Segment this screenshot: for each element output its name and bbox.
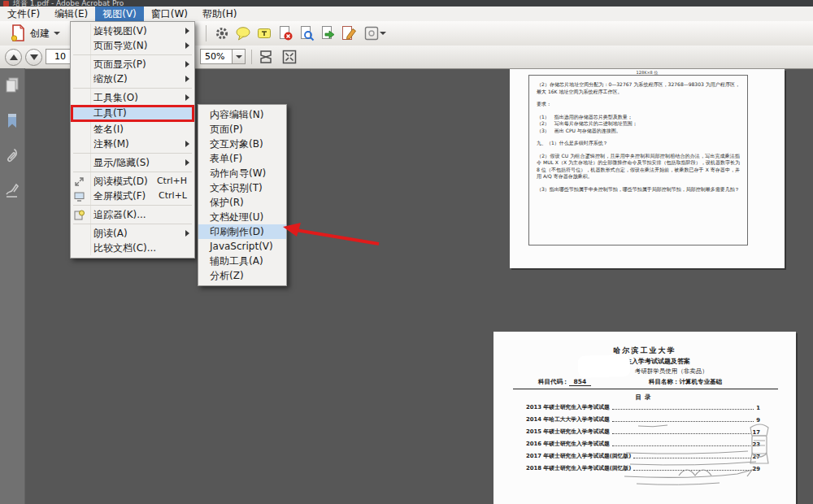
protect-pdf-button[interactable] <box>298 24 315 42</box>
paragraph: 九、（1）什么是多级时序系统？ <box>537 140 740 147</box>
document-page-bottom[interactable]: 哈尔滨工业大学 硕士研究生入学考试试题及答案 仅考研群学员使用（非卖品） 科目代… <box>493 332 796 504</box>
pages-panel-button[interactable] <box>4 76 20 94</box>
menu-item-label: 页面(P) <box>210 124 243 135</box>
highlight-text-button[interactable] <box>255 24 273 42</box>
menu-item-sign[interactable]: 签名(I) <box>71 122 194 137</box>
menu-item-read-out-loud[interactable]: 朗读(A) <box>71 226 194 241</box>
bookmarks-panel-button[interactable] <box>4 112 20 130</box>
text-note-icon <box>256 25 272 41</box>
submenu-item-interactive-objects[interactable]: 交互对象(B) <box>198 137 286 151</box>
menu-item-label: 签名(I) <box>93 124 124 135</box>
menu-item-label: JavaScript(V) <box>210 241 273 252</box>
submenu-item-forms[interactable]: 表单(F) <box>198 151 286 166</box>
menu-item-label: 动作向导(W) <box>210 167 266 179</box>
fit-page-button[interactable] <box>280 48 298 66</box>
create-pdf-icon <box>10 24 26 42</box>
menu-item-compare-documents[interactable]: 比较文档(C)... <box>71 241 194 255</box>
menu-item-label: 全屏模式(F) <box>93 190 146 202</box>
submenu-item-protection[interactable]: 保护(R) <box>198 195 286 210</box>
zoom-level-input[interactable] <box>200 49 233 64</box>
menu-item-label: 页面导览(N) <box>93 40 147 51</box>
menu-item-label: 比较文档(C)... <box>93 242 156 254</box>
menu-item-toolsets[interactable]: 工具集(O) <box>71 90 194 105</box>
previous-page-button[interactable] <box>5 49 22 66</box>
submenu-arrow-icon <box>185 28 189 34</box>
edit-pdf-button[interactable] <box>340 24 358 42</box>
submenu-arrow-icon <box>185 42 189 49</box>
submenu-item-content-editing[interactable]: 内容编辑(N) <box>198 107 286 122</box>
exam-content-box: （2）存储芯片地址空间分配为：0—32767 为系统程序区，32768—9830… <box>528 75 748 245</box>
bookmark-icon <box>4 112 20 130</box>
comment-button[interactable] <box>234 24 252 42</box>
submenu-arrow-icon <box>185 61 189 67</box>
menu-shortcut: Ctrl+L <box>159 189 187 203</box>
settings-button[interactable] <box>213 24 231 42</box>
document-page-top[interactable]: 128K×8 位 （2）存储芯片地址空间分配为：0—32767 为系统程序区，3… <box>510 69 785 268</box>
window-title: 培音 1.pdf - Adobe Acrobat Pro <box>13 0 124 7</box>
scrolling-pages-icon <box>258 49 274 65</box>
submenu-item-accessibility[interactable]: 辅助工具(A) <box>198 254 286 268</box>
scrolling-mode-button[interactable] <box>257 48 275 66</box>
menu-item-full-screen[interactable]: 全屏模式(F) Ctrl+L <box>71 189 194 203</box>
menu-window[interactable]: 窗口(W) <box>144 7 195 21</box>
menu-file[interactable]: 文件(F) <box>0 7 47 21</box>
menu-item-label: 阅读模式(D) <box>93 176 148 187</box>
submenu-item-text-recognition[interactable]: 文本识别(T) <box>198 180 286 195</box>
menu-item-label: 保护(R) <box>210 197 244 208</box>
submenu-arrow-icon <box>185 230 189 237</box>
menu-shortcut: Ctrl+H <box>157 174 187 189</box>
zoom-caret-icon <box>236 55 242 59</box>
title-bar: 培音 1.pdf - Adobe Acrobat Pro <box>0 0 813 7</box>
export-pdf-button[interactable] <box>319 24 337 42</box>
signatures-panel-button[interactable] <box>4 182 20 200</box>
pages-icon <box>4 76 20 94</box>
page-delete-icon <box>277 25 293 41</box>
zoom-dropdown-button[interactable] <box>233 49 246 64</box>
menu-item-label: 文档处理(U) <box>210 211 263 223</box>
paperclip-icon <box>4 146 20 164</box>
menu-help[interactable]: 帮助(H) <box>195 7 244 21</box>
menu-item-zoom[interactable]: 缩放(Z) <box>71 72 194 86</box>
acrobat-window: 培音 1.pdf - Adobe Acrobat Pro 文件(F) 编辑(E)… <box>0 0 813 504</box>
create-pdf-button[interactable]: 创建 <box>5 24 65 43</box>
attachments-panel-button[interactable] <box>4 146 20 164</box>
page-edit-icon <box>341 25 357 41</box>
menu-item-label: 工具集(O) <box>93 92 138 103</box>
menu-item-show-hide[interactable]: 显示/隐藏(S) <box>71 155 194 170</box>
toolbar-separator <box>206 25 207 41</box>
menu-item-tools[interactable]: 工具(T) <box>71 105 194 122</box>
menu-item-label: 文本识别(T) <box>210 182 263 193</box>
menu-item-label: 缩放(Z) <box>93 73 128 85</box>
menu-view[interactable]: 视图(V) <box>95 7 144 21</box>
tools-submenu: 内容编辑(N) 页面(P) 交互对象(B) 表单(F) 动作向导(W) 文本识别… <box>198 104 287 286</box>
submenu-item-analyze[interactable]: 分析(Z) <box>198 268 286 283</box>
create-pdf-label: 创建 <box>30 27 50 41</box>
submenu-item-document-processing[interactable]: 文档处理(U) <box>198 210 286 224</box>
full-screen-icon <box>74 191 85 202</box>
list-item: （3） 画出 CPU 与存储器的连接图。 <box>537 128 740 135</box>
menu-edit[interactable]: 编辑(E) <box>47 7 95 21</box>
acrobat-app-icon <box>3 1 9 7</box>
paragraph: （2）假设 CU 为组合逻辑控制，且采用中央控制和局部控制相结合的办法，写出完成… <box>537 153 740 180</box>
submenu-item-pages[interactable]: 页面(P) <box>198 122 286 137</box>
submenu-item-print-production[interactable]: 印刷制作(D) <box>198 224 286 239</box>
submenu-item-javascript[interactable]: JavaScript(V) <box>198 239 286 254</box>
menu-item-label: 交互对象(B) <box>210 138 263 150</box>
menu-item-comment[interactable]: 注释(M) <box>71 137 194 151</box>
red-annotation-arrow <box>281 221 383 247</box>
menu-item-rotate-view[interactable]: 旋转视图(V) <box>71 24 194 38</box>
menu-item-tracker[interactable]: 追踪器(K)... <box>71 207 194 222</box>
submenu-item-action-wizard[interactable]: 动作向导(W) <box>198 166 286 180</box>
menu-item-read-mode[interactable]: 阅读模式(D) Ctrl+H <box>71 174 194 189</box>
remove-pdf-button[interactable] <box>276 24 294 42</box>
custom-tool-button[interactable] <box>363 24 387 42</box>
down-arrow-icon <box>30 54 38 60</box>
next-page-button[interactable] <box>25 49 42 66</box>
menu-item-page-navigation[interactable]: 页面导览(N) <box>71 38 194 53</box>
gear-icon <box>214 25 230 41</box>
signature-icon <box>4 182 20 200</box>
page-search-icon <box>298 25 315 41</box>
menu-item-page-display[interactable]: 页面显示(P) <box>71 57 194 72</box>
menu-bar: 文件(F) 编辑(E) 视图(V) 窗口(W) 帮助(H) <box>0 7 813 22</box>
menu-item-label: 表单(F) <box>210 153 242 164</box>
